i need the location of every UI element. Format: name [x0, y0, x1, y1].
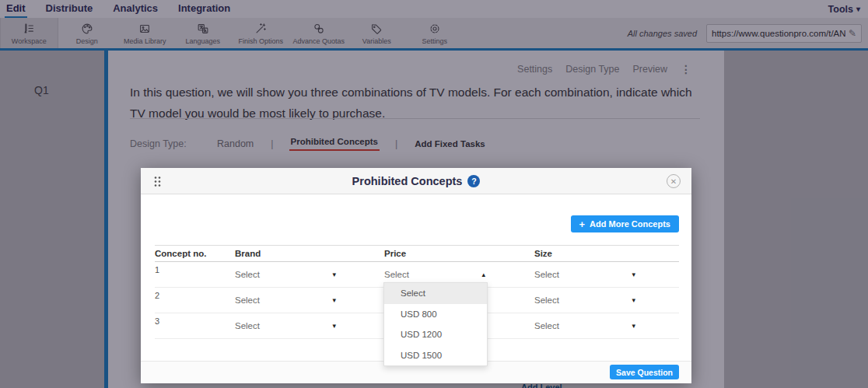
select-value: Select	[235, 321, 260, 330]
column-header-concept-no: Concept no.	[155, 249, 235, 258]
size-select-row3[interactable]: Select ▾	[534, 321, 635, 330]
dropdown-option-select[interactable]: Select	[384, 283, 487, 304]
dropdown-option-usd-1500[interactable]: USD 1500	[384, 345, 487, 366]
caret-down-icon: ▾	[632, 322, 635, 330]
table-header-row: Concept no. Brand Price Size	[155, 245, 679, 262]
drag-handle-icon[interactable]	[153, 176, 162, 191]
brand-select-row3[interactable]: Select ▾	[235, 321, 336, 330]
select-value: Select	[534, 295, 559, 305]
column-header-brand: Brand	[235, 249, 384, 258]
select-value: Select	[534, 270, 559, 279]
modal-title-wrap: Prohibited Concepts ?	[352, 175, 481, 187]
add-more-concepts-button[interactable]: + Add More Concepts	[571, 215, 680, 232]
caret-down-icon: ▾	[332, 296, 336, 304]
size-select-row1[interactable]: Select ▾	[534, 270, 635, 279]
price-select-row1[interactable]: Select ▴	[384, 270, 485, 279]
dropdown-option-usd-800[interactable]: USD 800	[384, 304, 487, 325]
column-header-size: Size	[534, 249, 679, 258]
modal-header: Prohibited Concepts ? ✕	[141, 168, 691, 194]
size-select-row2[interactable]: Select ▾	[534, 295, 635, 305]
concept-number: 1	[155, 262, 235, 274]
caret-down-icon: ▾	[332, 322, 336, 330]
prohibited-concepts-modal: Prohibited Concepts ? ✕ + Add More Conce…	[141, 168, 691, 383]
concept-number: 3	[155, 313, 235, 326]
close-icon[interactable]: ✕	[667, 174, 681, 188]
save-question-button[interactable]: Save Question	[610, 365, 679, 379]
brand-select-row2[interactable]: Select ▾	[235, 295, 336, 305]
select-value: Select	[235, 270, 260, 279]
modal-title: Prohibited Concepts	[352, 175, 463, 187]
select-value: Select	[534, 321, 559, 330]
caret-up-icon: ▴	[481, 271, 485, 278]
dropdown-option-usd-1200[interactable]: USD 1200	[384, 324, 487, 345]
caret-down-icon: ▾	[632, 296, 635, 304]
column-header-price: Price	[384, 249, 534, 258]
help-icon[interactable]: ?	[467, 175, 480, 187]
concept-number: 2	[155, 288, 235, 300]
select-value: Select	[384, 270, 409, 279]
price-dropdown-menu: Select USD 800 USD 1200 USD 1500	[383, 282, 488, 366]
add-more-concepts-label: Add More Concepts	[590, 219, 670, 229]
caret-down-icon: ▾	[632, 271, 635, 278]
caret-down-icon: ▾	[332, 271, 336, 278]
questionpro-editor-screen: Edit Distribute Analytics Integration To…	[0, 0, 868, 388]
brand-select-row1[interactable]: Select ▾	[235, 270, 336, 279]
select-value: Select	[235, 295, 260, 305]
plus-icon: +	[579, 218, 586, 230]
